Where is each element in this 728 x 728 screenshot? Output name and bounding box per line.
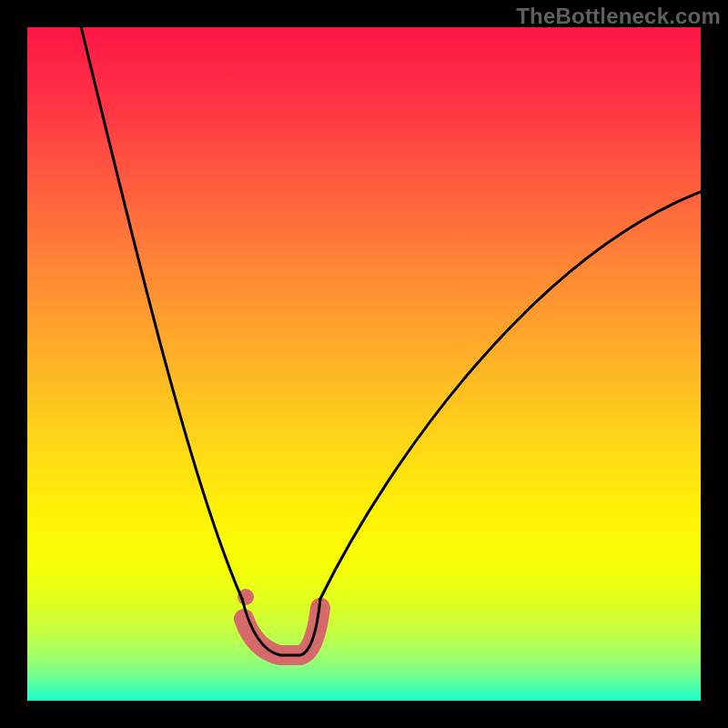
chart-svg	[27, 27, 701, 701]
curve-left-arm	[80, 27, 242, 599]
plot-area	[27, 27, 701, 701]
curve-right-arm	[320, 191, 701, 599]
watermark-text: TheBottleneck.com	[516, 4, 721, 29]
